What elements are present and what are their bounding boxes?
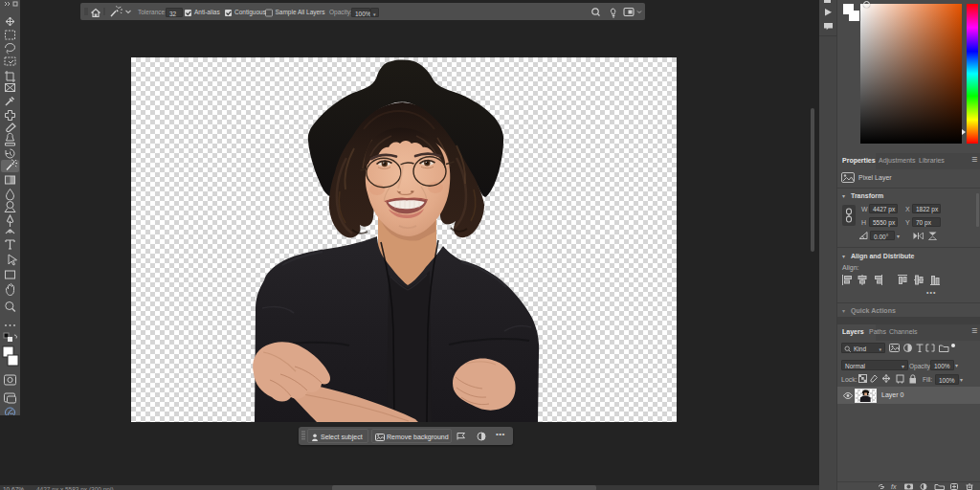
svg-text:fx: fx [891,483,897,490]
